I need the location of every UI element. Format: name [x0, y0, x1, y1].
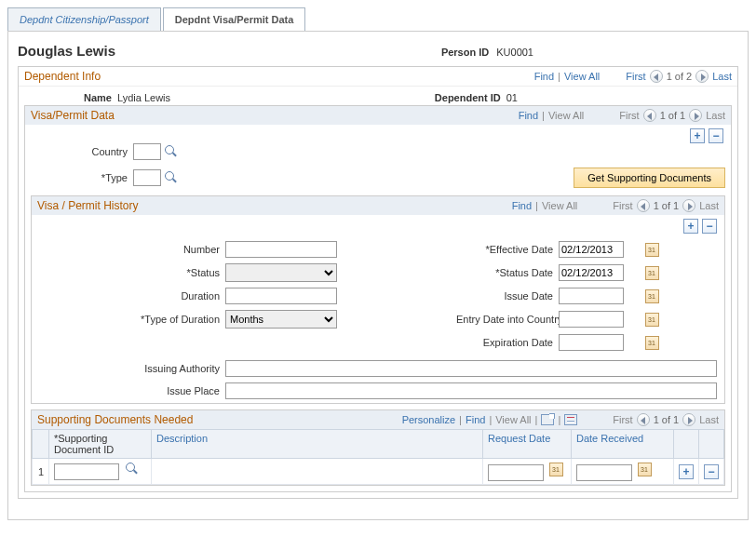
dep-name-value: Lydia Lewis — [117, 92, 170, 103]
vp-prev-icon[interactable] — [643, 109, 656, 122]
type-lookup-icon[interactable] — [165, 171, 178, 184]
col-date-recv[interactable]: Date Received — [572, 430, 674, 459]
req-date-cal-icon[interactable] — [549, 463, 563, 476]
entry-date-input[interactable] — [559, 311, 624, 328]
duration-label: Duration — [39, 290, 225, 302]
get-supporting-docs-button[interactable]: Get Supporting Documents — [574, 168, 725, 188]
doc-id-lookup-icon[interactable] — [126, 463, 139, 476]
tab-citizenship[interactable]: Depdnt Citizenship/Passport — [7, 7, 161, 31]
req-date-input[interactable] — [488, 464, 544, 481]
sup-next-icon[interactable] — [682, 413, 695, 426]
country-lookup-icon[interactable] — [165, 145, 178, 158]
tab-visa-permit[interactable]: Depdnt Visa/Permit Data — [163, 7, 306, 31]
issuing-auth-label: Issuing Authority — [39, 363, 225, 374]
hist-find-link[interactable]: Find — [512, 200, 532, 211]
sup-first: First — [613, 414, 632, 425]
person-name: Douglas Lewis — [18, 43, 115, 59]
duration-input[interactable] — [225, 288, 337, 304]
depinfo-last-link[interactable]: Last — [712, 71, 732, 82]
status-select[interactable] — [225, 263, 337, 282]
vp-viewall: View All — [548, 110, 584, 121]
entry-date-cal-icon[interactable] — [645, 313, 659, 327]
dep-id-label: Dependent ID — [435, 92, 506, 103]
vp-last: Last — [706, 110, 725, 121]
entry-date-label: Entry Date into Country — [456, 314, 559, 325]
col-desc[interactable]: Description — [152, 430, 483, 459]
col-doc-id[interactable]: *Supporting Document ID — [49, 430, 152, 459]
table-row: 1 — [33, 459, 724, 485]
history-title: Visa / Permit History — [37, 199, 138, 212]
person-id-label: Person ID — [441, 47, 489, 58]
hist-viewall: View All — [542, 200, 577, 211]
sup-pos: 1 of 1 — [654, 414, 680, 425]
hist-first: First — [613, 200, 632, 211]
dep-name-label: Name — [24, 92, 117, 103]
type-dur-select[interactable]: Months — [225, 310, 337, 329]
depinfo-find-link[interactable]: Find — [534, 71, 554, 82]
issuing-auth-input[interactable] — [225, 360, 717, 377]
supporting-title: Supporting Documents Needed — [37, 413, 193, 426]
vp-first: First — [619, 110, 639, 121]
status-label: Status — [39, 267, 225, 278]
hist-del-row-icon[interactable]: − — [702, 219, 717, 234]
issue-place-input[interactable] — [225, 382, 717, 399]
zoom-icon[interactable] — [541, 414, 554, 425]
depinfo-pos: 1 of 2 — [667, 71, 693, 82]
sup-last: Last — [699, 414, 719, 425]
eff-date-cal-icon[interactable] — [645, 243, 659, 257]
country-input[interactable] — [133, 143, 161, 160]
vp-find-link[interactable]: Find — [519, 110, 538, 121]
depinfo-prev-icon[interactable] — [650, 70, 663, 83]
number-label: Number — [39, 244, 225, 255]
vp-pos: 1 of 1 — [660, 110, 686, 121]
hist-pos: 1 of 1 — [654, 200, 680, 211]
number-input[interactable] — [225, 241, 337, 258]
dependent-info-title: Dependent Info — [24, 70, 101, 83]
doc-id-input[interactable] — [54, 463, 119, 480]
eff-date-label: Effective Date — [456, 244, 559, 255]
status-date-cal-icon[interactable] — [645, 266, 659, 280]
row-num: 1 — [33, 459, 49, 485]
hist-prev-icon[interactable] — [637, 199, 650, 212]
sup-personalize-link[interactable]: Personalize — [402, 414, 455, 425]
exp-date-cal-icon[interactable] — [645, 336, 659, 350]
issue-date-input[interactable] — [559, 288, 624, 304]
type-label: Type — [31, 172, 133, 183]
depinfo-first-link[interactable]: First — [626, 71, 645, 82]
status-date-label: Status Date — [456, 267, 559, 278]
exp-date-label: Expiration Date — [456, 337, 559, 348]
download-icon[interactable] — [564, 414, 577, 425]
issue-place-label: Issue Place — [39, 385, 225, 396]
hist-add-row-icon[interactable]: + — [683, 219, 698, 234]
person-id-value: KU0001 — [496, 47, 533, 58]
depinfo-next-icon[interactable] — [695, 70, 709, 83]
depinfo-viewall-link[interactable]: View All — [564, 71, 600, 82]
sup-viewall: View All — [495, 414, 531, 425]
hist-next-icon[interactable] — [682, 199, 695, 212]
date-recv-input[interactable] — [576, 464, 632, 481]
vp-add-row-icon[interactable]: + — [690, 128, 705, 143]
issue-date-cal-icon[interactable] — [645, 289, 659, 303]
status-date-input[interactable] — [559, 264, 624, 281]
sup-add-row-icon[interactable]: + — [679, 464, 694, 479]
visa-permit-title: Visa/Permit Data — [31, 109, 115, 122]
hist-last: Last — [699, 200, 719, 211]
type-input[interactable] — [133, 169, 161, 186]
sup-find-link[interactable]: Find — [466, 414, 485, 425]
vp-next-icon[interactable] — [689, 109, 702, 122]
issue-date-label: Issue Date — [456, 290, 559, 302]
sup-del-row-icon[interactable]: − — [704, 464, 719, 479]
dep-id-value: 01 — [506, 92, 518, 103]
date-recv-cal-icon[interactable] — [638, 463, 652, 476]
eff-date-input[interactable] — [559, 241, 624, 258]
country-label: Country — [31, 146, 133, 157]
type-dur-label: Type of Duration — [39, 314, 225, 325]
vp-del-row-icon[interactable]: − — [709, 128, 723, 143]
col-req-date[interactable]: Request Date — [483, 430, 572, 459]
desc-cell — [152, 459, 483, 485]
exp-date-input[interactable] — [559, 334, 624, 351]
sup-prev-icon[interactable] — [637, 413, 650, 426]
